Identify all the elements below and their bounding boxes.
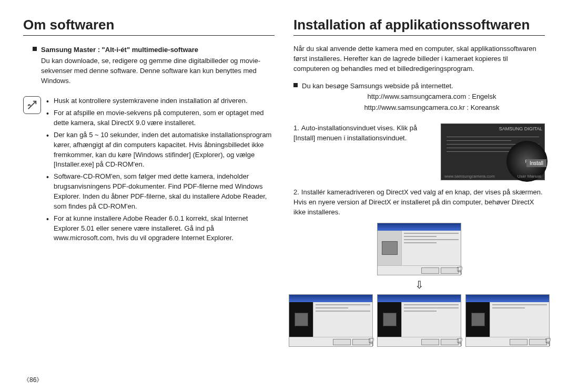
square-bullet-icon xyxy=(33,47,37,51)
thumb-site-right: User Manual xyxy=(518,174,541,179)
intro-text: Når du skal anvende dette kamera med en … xyxy=(293,44,545,74)
cursor-hand-icon: ☟ xyxy=(545,336,551,348)
cursor-hand-icon: ☟ xyxy=(457,336,463,348)
wizard-screenshot: ☟ xyxy=(377,294,461,347)
note-item: For at kunne installere Adobe Reader 6.0… xyxy=(46,214,275,244)
wizard-screenshot: ☟ xyxy=(289,294,373,347)
directx-logo-icon xyxy=(383,313,397,326)
note-icon xyxy=(23,96,41,114)
cursor-hand-icon: ☟ xyxy=(457,264,463,277)
note-list: Husk at kontrollere systemkravene inden … xyxy=(46,96,275,245)
weblink-intro: Du kan besøge Samsungs webside på intern… xyxy=(302,81,453,91)
samsung-master-body: Du kan downloade, se, redigere og gemme … xyxy=(41,56,275,86)
step1-text: Auto-installationsvinduet vises. Klik på… xyxy=(293,124,417,142)
square-bullet-icon xyxy=(293,83,298,87)
thumb-site-left: www.samsungcamera.com xyxy=(444,174,495,179)
step2-number: 2. xyxy=(293,188,299,196)
thumb-install-button: Install xyxy=(526,159,546,167)
note-item: Software-CD-ROM'en, som følger med dette… xyxy=(46,172,275,211)
step2-text: Installér kameradriveren og DirectX ved … xyxy=(293,188,543,216)
note-item: Der kan gå 5 ~ 10 sekunder, inden det au… xyxy=(46,130,275,170)
left-heading: Om softwaren xyxy=(23,17,275,36)
arrow-down-icon: ⇩ xyxy=(415,278,424,291)
thumb-brand: SAMSUNG DIGITAL xyxy=(473,126,542,131)
installer-screenshot: SAMSUNG DIGITAL PDF file. Install www.sa… xyxy=(441,123,545,180)
samsung-master-title: Samsung Master : "Alt-i-ét" multimedie-s… xyxy=(41,45,275,55)
directx-logo-icon xyxy=(295,313,308,326)
note-item: For at afspille en movie-sekvens på comp… xyxy=(46,108,275,128)
note-item: Husk at kontrollere systemkravene inden … xyxy=(46,96,275,106)
url-korean: http://www.samsungcamera.co.kr : Koreans… xyxy=(319,103,545,113)
right-heading: Installation af applikationssoftwaren xyxy=(293,17,545,36)
directx-logo-icon xyxy=(471,313,485,326)
step1-number: 1. xyxy=(293,124,299,132)
wizard-screenshot: ☟ xyxy=(465,294,550,347)
wizard-screenshot: ☟ xyxy=(377,223,461,275)
cursor-hand-icon: ☟ xyxy=(368,336,374,348)
monitor-icon xyxy=(382,241,398,255)
step2-screenshots: ☟ ⇩ ☟ xyxy=(293,223,545,347)
url-english: http://www.samsungcamera.com : Engelsk xyxy=(319,92,545,102)
page-number: 《86》 xyxy=(23,376,43,385)
